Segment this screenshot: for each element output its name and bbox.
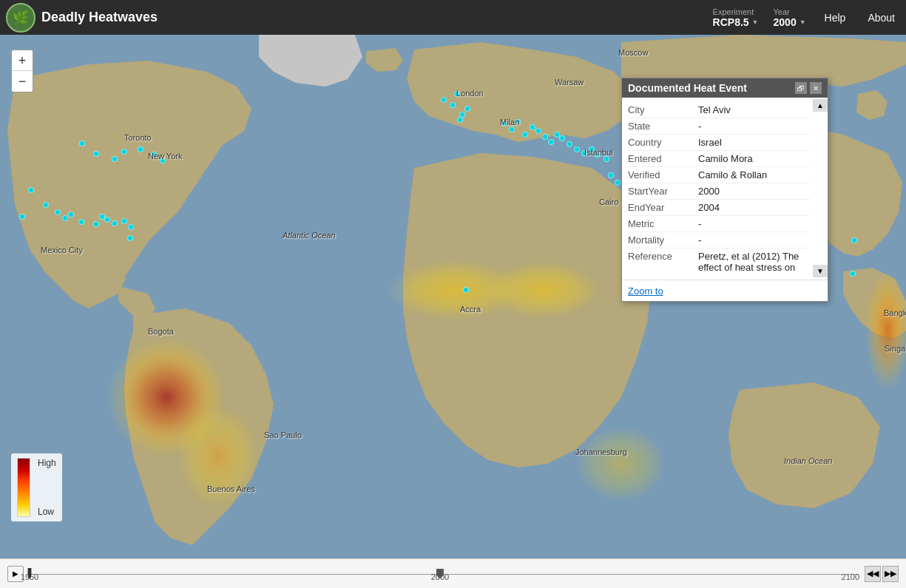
city-dot[interactable]: [581, 150, 587, 156]
city-dot[interactable]: [567, 141, 572, 147]
popup-field-label: Reference: [628, 251, 698, 273]
about-button[interactable]: About: [864, 12, 899, 24]
timeline-label-end: 2100: [842, 572, 859, 581]
popup-field-label: Metric: [628, 218, 698, 229]
city-dot[interactable]: [19, 214, 25, 220]
city-dot[interactable]: [559, 135, 565, 141]
popup-row: StartYear2000: [628, 183, 810, 200]
city-dot[interactable]: [535, 128, 541, 134]
city-dot[interactable]: [93, 221, 99, 227]
city-dot[interactable]: [160, 158, 166, 163]
help-button[interactable]: Help: [821, 12, 850, 24]
city-dot[interactable]: [112, 220, 118, 226]
year-dropdown[interactable]: 2000: [774, 16, 806, 28]
popup-field-value: Tel Aviv: [698, 104, 731, 115]
heat-event-popup: Documented Heat Event 🗗 ✕ ▲ CityTel Aviv…: [621, 78, 828, 302]
city-dot[interactable]: [501, 121, 507, 126]
city-dot[interactable]: [454, 91, 460, 97]
popup-row: CountryIsrael: [628, 135, 810, 151]
city-dot[interactable]: [515, 119, 521, 125]
popup-field-value: 2000: [698, 186, 720, 197]
city-dot[interactable]: [55, 209, 61, 215]
popup-field-value: -: [698, 121, 701, 132]
popup-field-label: EndYear: [628, 202, 698, 213]
zoom-in-button[interactable]: +: [12, 50, 33, 71]
city-dot[interactable]: [121, 149, 127, 155]
popup-restore-button[interactable]: 🗗: [795, 82, 807, 94]
popup-controls: 🗗 ✕: [795, 82, 822, 94]
timeline-step-back-button[interactable]: ◀◀: [865, 566, 881, 582]
city-dot[interactable]: [589, 146, 595, 152]
popup-row: Mortality-: [628, 232, 810, 249]
city-dot[interactable]: [850, 271, 856, 277]
city-dot[interactable]: [450, 102, 456, 108]
legend-low-label: Low: [38, 507, 56, 517]
city-dot[interactable]: [542, 134, 548, 140]
popup-field-label: Verified: [628, 169, 698, 180]
city-dot[interactable]: [121, 218, 127, 224]
city-dot[interactable]: [463, 287, 469, 293]
timeline-step-forward-button[interactable]: ▶▶: [882, 566, 899, 582]
city-dot[interactable]: [68, 212, 74, 217]
city-dot[interactable]: [574, 146, 580, 152]
city-dot[interactable]: [43, 202, 49, 208]
popup-field-label: Country: [628, 137, 698, 148]
city-dot[interactable]: [28, 187, 34, 193]
city-dot[interactable]: [604, 156, 609, 162]
popup-titlebar: Documented Heat Event 🗗 ✕: [622, 78, 828, 98]
zoom-out-button[interactable]: −: [12, 71, 33, 92]
timeline-controls: ◀◀ ▶▶: [865, 566, 899, 582]
city-dot[interactable]: [509, 126, 515, 132]
popup-field-value: 2004: [698, 202, 720, 213]
city-dot[interactable]: [104, 217, 110, 223]
map[interactable]: + − Moscow Warsaw London Milan Istanbul …: [0, 35, 906, 558]
popup-row: State-: [628, 118, 810, 135]
popup-row: CityTel Aviv: [628, 102, 810, 118]
city-dot[interactable]: [615, 180, 621, 186]
popup-row: Metric-: [628, 216, 810, 232]
popup-field-label: City: [628, 104, 698, 115]
city-dot[interactable]: [127, 235, 133, 241]
city-dot[interactable]: [522, 132, 528, 138]
city-dot[interactable]: [608, 172, 614, 178]
city-dot[interactable]: [457, 117, 463, 123]
city-dot[interactable]: [595, 152, 601, 158]
popup-title: Documented Heat Event: [628, 82, 747, 94]
city-dot[interactable]: [128, 224, 134, 230]
popup-scroll-up-button[interactable]: ▲: [813, 99, 828, 112]
svg-point-5: [577, 427, 666, 501]
city-dot[interactable]: [62, 215, 68, 221]
header-controls: Experiment RCP8.5 Year 2000 Help About: [713, 7, 906, 28]
zoom-controls: + −: [11, 50, 33, 92]
city-dot[interactable]: [151, 152, 157, 158]
popup-field-label: StartYear: [628, 186, 698, 197]
legend: High Low: [11, 453, 62, 521]
zoom-to-button[interactable]: Zoom to: [628, 285, 663, 297]
popup-close-button[interactable]: ✕: [810, 82, 822, 94]
experiment-dropdown[interactable]: RCP8.5: [713, 16, 759, 28]
popup-row: EndYear2004: [628, 200, 810, 216]
city-dot[interactable]: [548, 139, 554, 145]
city-dot[interactable]: [138, 146, 143, 152]
header: 🌿 Deadly Heatwaves Experiment RCP8.5 Yea…: [0, 0, 906, 35]
city-dot[interactable]: [79, 141, 85, 146]
city-dot[interactable]: [851, 237, 857, 243]
city-dot[interactable]: [78, 219, 84, 225]
timeline-track[interactable]: 1950 2000 2100: [30, 567, 859, 581]
city-dot[interactable]: [464, 106, 470, 112]
experiment-control: Experiment RCP8.5: [713, 7, 759, 28]
app-title: Deadly Heatwaves: [41, 10, 713, 25]
legend-high-label: High: [38, 458, 56, 468]
city-dot[interactable]: [441, 97, 447, 103]
popup-row: EnteredCamilo Mora: [628, 151, 810, 167]
city-dot[interactable]: [93, 151, 99, 157]
year-control: Year 2000: [774, 7, 806, 28]
popup-scroll-down-button[interactable]: ▼: [813, 265, 828, 277]
popup-row: VerifiedCamilo & Rollan: [628, 167, 810, 183]
experiment-label: Experiment: [713, 7, 754, 16]
popup-footer: Zoom to: [622, 280, 828, 301]
city-dot[interactable]: [112, 156, 118, 162]
popup-field-label: Mortality: [628, 234, 698, 246]
city-dot[interactable]: [530, 124, 535, 130]
popup-field-value: Camilo Mora: [698, 153, 753, 164]
